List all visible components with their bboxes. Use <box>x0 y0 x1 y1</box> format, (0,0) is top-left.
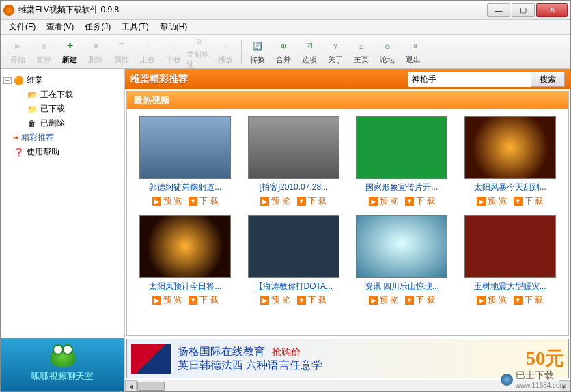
nav-tree: − 🟠 维棠 📂 正在下载 📁 已下载 🗑 已删除 ➜ <box>1 69 124 338</box>
video-title-link[interactable]: 玉树地震大型赈灾... <box>464 281 556 292</box>
download-icon: ▼ <box>297 296 306 305</box>
scroll-right-icon[interactable]: ► <box>559 380 570 391</box>
preview-button[interactable]: ▶预 览 <box>477 294 506 306</box>
video-actions: ▶预 览▼下 载 <box>477 294 543 306</box>
menu-item-1[interactable]: 查看(V) <box>41 20 79 34</box>
video-actions: ▶预 览▼下 载 <box>152 195 219 207</box>
toolbar-选项[interactable]: ☑选项 <box>296 39 322 65</box>
menu-item-0[interactable]: 文件(F) <box>3 20 41 34</box>
video-thumbnail[interactable] <box>248 116 339 179</box>
play-icon: ▶ <box>260 197 269 206</box>
tree-label: 精彩推荐 <box>21 132 54 143</box>
toolbar-新建[interactable]: ✚新建 <box>57 39 83 65</box>
menu-item-3[interactable]: 工具(T) <box>116 20 154 34</box>
toolbar-关于[interactable]: ?关于 <box>322 39 348 65</box>
tree-root[interactable]: − 🟠 维棠 <box>3 73 122 87</box>
download-button[interactable]: ▼下 载 <box>514 294 543 306</box>
video-title-link[interactable]: 太阳风暴今天刮到... <box>464 182 556 193</box>
minimize-button[interactable]: — <box>487 3 510 17</box>
preview-button[interactable]: ▶预 览 <box>152 294 182 306</box>
download-button[interactable]: ▼下 载 <box>514 195 543 207</box>
toolbar-label: 新建 <box>62 55 77 65</box>
window-title: 维棠FLV视频下载软件 0.9.8 <box>18 4 487 16</box>
collapse-icon[interactable]: − <box>3 77 12 84</box>
download-icon: ▼ <box>405 296 414 305</box>
h-scrollbar[interactable]: ◄ ► <box>125 380 570 391</box>
maximize-button[interactable]: ▢ <box>512 3 535 17</box>
video-thumbnail[interactable] <box>248 215 339 278</box>
video-title-link[interactable]: 太阳风预计今日将... <box>139 281 231 292</box>
toolbar-label: 播放 <box>218 55 233 65</box>
preview-button[interactable]: ▶预 览 <box>260 195 290 207</box>
toolbar-论坛[interactable]: ☺论坛 <box>374 39 400 65</box>
play-icon: ▶ <box>152 197 161 206</box>
toolbar-合并[interactable]: ⊕合并 <box>270 39 296 65</box>
video-thumbnail[interactable] <box>464 215 556 278</box>
video-title-link[interactable]: 【海涛教你打DOTA... <box>248 281 339 292</box>
video-thumbnail[interactable] <box>356 116 447 179</box>
video-actions: ▶预 览▼下 载 <box>260 195 326 207</box>
preview-button[interactable]: ▶预 览 <box>477 195 506 207</box>
toolbar-转换[interactable]: 🔄转换 <box>245 39 270 65</box>
tree-downloading[interactable]: 📂 正在下载 <box>3 87 122 102</box>
video-card: [拍客]2010.07.28...▶预 览▼下 载 <box>242 116 346 207</box>
toolbar-上移: ↑上移 <box>135 39 161 65</box>
video-card: 【海涛教你打DOTA...▶预 览▼下 载 <box>242 215 346 306</box>
video-actions: ▶预 览▼下 载 <box>152 294 219 306</box>
search-input[interactable] <box>408 74 531 84</box>
toolbar-icon: ✚ <box>62 39 77 54</box>
tree-featured[interactable]: ➜ 精彩推荐 <box>3 130 122 145</box>
video-title-link[interactable]: 国家形象宣传片开... <box>356 182 447 193</box>
toolbar-icon: ⇥ <box>406 39 421 54</box>
menu-item-4[interactable]: 帮助(H) <box>154 20 193 34</box>
video-thumbnail[interactable] <box>464 116 556 179</box>
featured-header: 维棠精彩推荐 搜索 <box>125 69 570 89</box>
ad-line1b: 抢购价 <box>272 346 301 357</box>
video-grid: 郭德纲徒弟鞠躬道...▶预 览▼下 载[拍客]2010.07.28...▶预 览… <box>127 109 568 310</box>
download-button[interactable]: ▼下 载 <box>405 294 434 306</box>
help-icon: ❓ <box>13 148 24 157</box>
tree-deleted[interactable]: 🗑 已删除 <box>3 116 122 130</box>
download-button[interactable]: ▼下 载 <box>297 195 326 207</box>
toolbar-icon: 🔄 <box>250 39 265 54</box>
video-thumbnail[interactable] <box>139 215 231 278</box>
toolbar-退出[interactable]: ⇥退出 <box>400 39 426 65</box>
sidebar-ad[interactable]: 呱呱视频聊天室 <box>1 338 124 391</box>
scroll-left-icon[interactable]: ◄ <box>125 380 137 391</box>
toolbar-主页[interactable]: ⌂主页 <box>348 39 374 65</box>
toolbar-label: 下移 <box>166 55 181 65</box>
banner-ad[interactable]: 扬格国际在线教育 抢购价 英日韩德法西 六种语言任意学 50元 <box>126 339 569 378</box>
close-button[interactable]: ✕ <box>536 3 568 17</box>
toolbar-icon: ⌂ <box>354 39 369 54</box>
toolbar-label: 开始 <box>10 55 25 65</box>
tree-label: 正在下载 <box>40 89 73 100</box>
tree-root-label: 维棠 <box>27 74 43 86</box>
download-button[interactable]: ▼下 载 <box>189 294 218 306</box>
preview-button[interactable]: ▶预 览 <box>260 294 290 306</box>
ad-price: 50元 <box>526 346 564 372</box>
download-icon: ▼ <box>189 296 197 305</box>
preview-button[interactable]: ▶预 览 <box>369 195 398 207</box>
sidebar-ad-text: 呱呱视频聊天室 <box>31 370 94 382</box>
download-button[interactable]: ▼下 载 <box>297 294 326 306</box>
toolbar-下移: ↓下移 <box>161 39 186 65</box>
menu-item-2[interactable]: 任务(J) <box>79 20 116 34</box>
search-button[interactable]: 搜索 <box>531 72 565 87</box>
video-thumbnail[interactable] <box>139 116 231 179</box>
tree-downloaded[interactable]: 📁 已下载 <box>3 102 122 116</box>
toolbar-开始: ▶开始 <box>5 39 31 65</box>
video-thumbnail[interactable] <box>356 215 447 278</box>
tree-help[interactable]: ❓ 使用帮助 <box>3 145 122 159</box>
video-title-link[interactable]: [拍客]2010.07.28... <box>248 182 339 193</box>
video-title-link[interactable]: 资讯 四川乐山惊现... <box>356 281 447 292</box>
preview-button[interactable]: ▶预 览 <box>369 294 398 306</box>
download-button[interactable]: ▼下 载 <box>189 195 218 207</box>
ad-line2: 英日韩德法西 六种语言任意学 <box>178 359 526 372</box>
window-controls: — ▢ ✕ <box>487 3 568 17</box>
video-title-link[interactable]: 郭德纲徒弟鞠躬道... <box>139 182 231 193</box>
preview-button[interactable]: ▶预 览 <box>152 195 182 207</box>
video-actions: ▶预 览▼下 载 <box>369 195 435 207</box>
folder-icon: 📂 <box>27 90 38 100</box>
scroll-thumb[interactable] <box>137 382 165 391</box>
download-button[interactable]: ▼下 载 <box>405 195 434 207</box>
